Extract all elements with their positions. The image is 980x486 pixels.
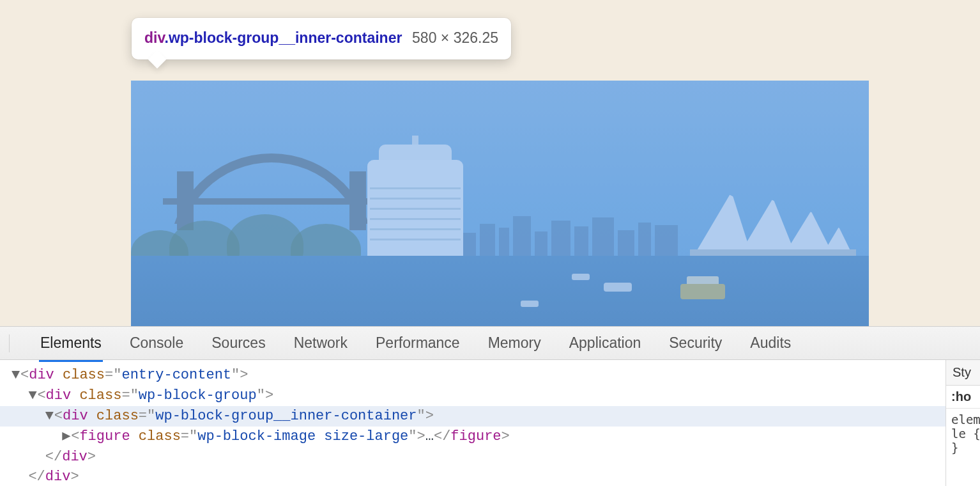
tabbar-separator	[9, 334, 10, 352]
tab-memory[interactable]: Memory	[488, 333, 541, 353]
tab-application[interactable]: Application	[569, 333, 641, 353]
dom-node-selected[interactable]: ▼<div class="wp-block-group__inner-conta…	[0, 406, 946, 427]
devtools-body: ▼<div class="entry-content"> ▼<div class…	[0, 360, 980, 486]
dom-node[interactable]: ▼<div class="entry-content">	[0, 365, 946, 386]
tab-elements[interactable]: Elements	[40, 333, 102, 353]
devtools-panel: Elements Console Sources Network Perform…	[0, 326, 980, 486]
dom-node[interactable]: ▼<div class="wp-block-group">	[0, 386, 946, 406]
scene-opera-house	[690, 185, 856, 262]
tab-performance[interactable]: Performance	[376, 333, 460, 353]
inspected-element-highlight	[131, 81, 869, 326]
element-inspect-tooltip: 580 × 326.25 div.wp-block-group__inner-c…	[132, 18, 511, 59]
scene-boat	[572, 274, 590, 280]
tooltip-dimensions: 580 × 326.25	[412, 28, 498, 48]
tab-sources[interactable]: Sources	[211, 333, 265, 353]
scene-boat	[521, 301, 539, 307]
tab-security[interactable]: Security	[669, 333, 722, 353]
scene-boat	[604, 283, 632, 292]
styles-rule[interactable]: elem le { }	[946, 409, 980, 459]
dom-node-close[interactable]: </div>	[0, 467, 946, 486]
styles-header[interactable]: Sty	[946, 360, 980, 386]
dom-tree[interactable]: ▼<div class="entry-content"> ▼<div class…	[0, 360, 946, 486]
tab-audits[interactable]: Audits	[750, 333, 791, 353]
styles-pane: Sty :ho elem le { }	[946, 360, 980, 486]
tooltip-selector-tag: div	[144, 29, 165, 46]
devtools-tabbar: Elements Console Sources Network Perform…	[0, 327, 980, 360]
page-viewport: 580 × 326.25 div.wp-block-group__inner-c…	[0, 0, 980, 326]
dom-node[interactable]: ▶<figure class="wp-block-image size-larg…	[0, 427, 946, 447]
tooltip-selector-class: .wp-block-group__inner-container	[165, 29, 402, 46]
tab-console[interactable]: Console	[130, 333, 183, 353]
dom-node-close[interactable]: </div>	[0, 447, 946, 467]
scene-water	[131, 256, 869, 326]
styles-hover-chip[interactable]: :ho	[946, 386, 980, 409]
scene-ferry	[680, 284, 725, 299]
tab-network[interactable]: Network	[294, 333, 348, 353]
